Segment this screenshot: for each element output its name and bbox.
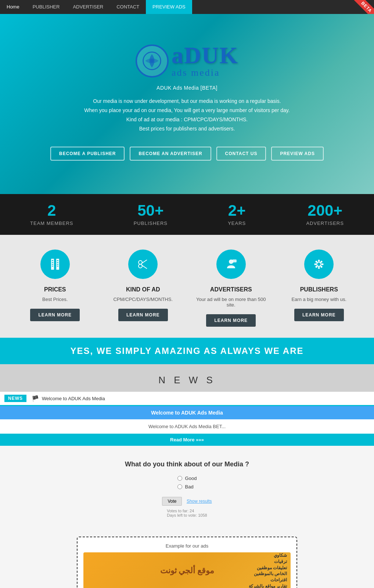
hero-description: Our media is now under development, but … [84,97,290,134]
kind-of-ad-icon [128,250,158,279]
logo-icon [142,51,162,71]
svg-rect-10 [57,264,58,265]
kind-of-ad-title: KIND OF AD [104,286,182,293]
scissors-icon [136,257,150,271]
feature-publishers: PUBLISHERS Earn a big money with us. LEA… [280,250,358,327]
advertisers-title: ADVERTISERS [192,286,270,293]
ruler-icon [48,257,62,271]
svg-rect-11 [57,266,58,266]
poll-option-bad[interactable]: Bad [177,484,197,490]
vote-button[interactable]: Vote [162,497,182,506]
svg-rect-3 [52,260,53,261]
svg-point-26 [321,261,323,263]
logo-text: aDUK ads media [172,44,238,78]
gear-icon [312,257,326,271]
feature-kind-of-ad: KIND OF AD CPM/CPC/DAYS/MONTHS. LEARN MO… [104,250,182,327]
svg-point-19 [317,262,321,266]
stat-team-label: TEAM MEMBERS [30,220,73,226]
stat-publishers: 50+ PUBLISHERS [134,203,168,226]
stat-team-members: 2 TEAM MEMBERS [30,203,73,226]
advertisers-learn-more[interactable]: LEARN MORE [206,314,256,327]
amazing-banner: YES, WE SIMPLY AMAZING AS ALWAYS WE ARE [0,338,374,364]
news-flag-icon: 🏴 [32,395,39,402]
prices-desc: Best Prices. [16,297,94,302]
hero-buttons: BECOME A PUBLISHER BECOME AN ADVERTISER … [50,147,324,161]
prices-learn-more[interactable]: LEARN MORE [30,309,80,321]
logo-tagline: ads media [172,67,220,78]
ad-example-label: Example for our ads [83,543,291,549]
nav-contact[interactable]: CONTACT [110,0,146,14]
stat-team-number: 2 [30,203,73,218]
poll-section: What do you think about of our Media ? G… [0,446,374,533]
nav-publisher[interactable]: PUBLISHER [26,0,66,14]
read-more-button[interactable]: Read More »»» [0,434,374,446]
feature-advertisers: ADVERTISERS Your ad will be on more than… [192,250,270,327]
stat-advertisers: 200+ ADVERTISERS [306,203,344,226]
ad-example-box: Example for our ads موقع ألجي ثونت شكاوي… [77,537,297,588]
stat-advertisers-label: ADVERTISERS [306,220,344,226]
stat-advertisers-number: 200+ [306,203,344,218]
svg-point-20 [318,260,320,262]
ad-main-text: موقع ألجي ثونت [160,566,214,576]
svg-point-22 [314,263,316,265]
hero-logo: aDUK ads media [136,44,238,78]
ad-arabic-text: شكاويترقياتتعليقات موظفينالخاص بالموظفين… [249,552,287,588]
hero-subtitle: ADUK Ads Media [BETA] [157,85,217,91]
poll-options: Good Bad [177,476,197,492]
poll-meta: Votes to far: 24 Days left to vote: 1058 [167,509,207,517]
navigation: Home PUBLISHER ADVERTISER CONTACT PREVIE… [0,0,374,14]
news-title: N E W S [0,374,374,386]
kind-of-ad-desc: CPM/CPC/DAYS/MONTHS. [104,297,182,302]
advertisers-desc: Your ad will be on more than 500 site. [192,297,270,308]
become-advertiser-button[interactable]: BECOME AN ADVERTISER [130,147,211,161]
nav-home[interactable]: Home [0,0,26,14]
features-section: PRICES Best Prices. LEARN MORE KIND OF A… [0,235,374,338]
svg-rect-4 [52,262,53,263]
stat-years-label: YEARS [228,220,246,226]
prices-icon [40,250,70,279]
poll-option-good[interactable]: Good [177,476,197,481]
publishers-desc: Earn a big money with us. [280,297,358,302]
svg-rect-17 [232,259,237,262]
svg-rect-9 [57,262,58,263]
show-results-link[interactable]: Show results [187,499,212,504]
news-ticker-text: Welcome to ADUK Ads Media [42,396,105,401]
stat-years-number: 2+ [228,203,246,218]
svg-rect-8 [57,260,58,261]
prices-title: PRICES [16,286,94,293]
kind-of-ad-learn-more[interactable]: LEARN MORE [118,309,168,321]
preview-ads-button[interactable]: PREVIEW ADS [271,147,324,161]
nav-advertiser[interactable]: ADVERTISER [66,0,110,14]
svg-point-23 [322,263,324,265]
stats-bar: 2 TEAM MEMBERS 50+ PUBLISHERS 2+ YEARS 2… [0,194,374,235]
publishers-icon [304,250,334,279]
ad-example-section: Example for our ads موقع ألجي ثونت شكاوي… [0,533,374,588]
news-badge: NEWS [4,395,26,402]
svg-rect-5 [52,264,53,265]
logo-circle [136,44,169,78]
poll-radio-good[interactable] [177,476,182,481]
become-publisher-button[interactable]: BECOME A PUBLISHER [50,147,125,161]
svg-rect-6 [52,266,53,266]
poll-question: What do you think about of our Media ? [11,460,363,468]
publishers-learn-more[interactable]: LEARN MORE [294,309,344,321]
svg-point-27 [316,266,317,268]
news-article-body: Welcome to ADUK Ads Media BET... [0,419,374,434]
svg-point-24 [316,261,317,263]
nav-preview-ads[interactable]: PREVIEW ADS [146,0,192,14]
advertisers-icon [216,250,246,279]
news-ticker: NEWS 🏴 Welcome to ADUK Ads Media [0,392,374,405]
hero-section: aDUK ads media ADUK Ads Media [BETA] Our… [0,14,374,194]
user-speech-icon [224,257,238,271]
ad-image: موقع ألجي ثونت شكاويترقياتتعليقات موظفين… [83,552,291,588]
poll-radio-bad[interactable] [177,484,182,489]
svg-point-21 [318,267,320,269]
stat-publishers-number: 50+ [134,203,168,218]
news-article-title: Welcome to ADUK Ads Media [0,406,374,419]
publishers-title: PUBLISHERS [280,286,358,293]
votes-count: Votes to far: 24 [167,509,207,513]
logo-aduk: aDUK [172,44,238,67]
contact-us-button[interactable]: CONTACT US [216,147,266,161]
svg-point-25 [321,266,323,268]
news-article: Welcome to ADUK Ads Media Welcome to ADU… [0,405,374,446]
